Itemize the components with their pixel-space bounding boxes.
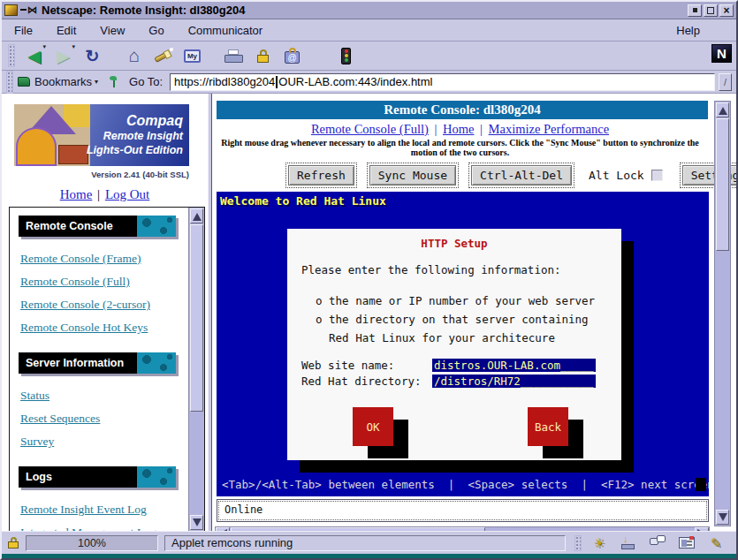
print-button[interactable] xyxy=(219,43,248,68)
security-lock-icon[interactable] xyxy=(8,537,19,549)
inbox-button[interactable]: ↓ xyxy=(620,535,637,550)
scroll-down-button[interactable] xyxy=(716,510,729,525)
remote-console-full-link[interactable]: Remote Console (Full) xyxy=(311,122,429,136)
stop-button[interactable] xyxy=(331,43,361,68)
console-help-line: <Tab>/<Alt-Tab> between elements | <Spac… xyxy=(222,478,709,491)
security-button[interactable] xyxy=(248,43,278,68)
scrollbar-thumb[interactable] xyxy=(190,224,203,412)
forward-dropdown-icon: ▾ xyxy=(72,43,75,50)
padlock-icon xyxy=(257,49,269,63)
link-separator: | xyxy=(97,187,100,201)
url-dropdown-button[interactable]: / xyxy=(719,73,732,91)
back-icon: ◀ xyxy=(27,46,41,66)
bookmarks-button[interactable]: Bookmarks ▾ xyxy=(18,75,98,88)
alt-lock-label: Alt Lock xyxy=(589,169,644,182)
menu-go[interactable]: Go xyxy=(148,24,164,37)
shop-button[interactable]: @ xyxy=(278,43,307,68)
forward-icon: ▶ xyxy=(57,46,70,66)
composer-button[interactable]: ✎ xyxy=(707,535,725,550)
web-site-name-field[interactable]: distros.OUR-LAB.com_____ xyxy=(432,359,596,372)
back-button[interactable]: ◀ ▾ xyxy=(19,43,49,68)
window-manager-icon xyxy=(4,4,18,16)
bullet-line: Red Hat Linux for your architecure xyxy=(316,329,621,347)
menu-edit[interactable]: Edit xyxy=(57,24,76,37)
sidebar-scrollbar[interactable] xyxy=(188,208,204,531)
discussions-button[interactable] xyxy=(649,535,666,550)
menu-bar: File Edit View Go Communicator Help xyxy=(2,19,736,42)
ok-button[interactable]: OK xyxy=(353,407,393,446)
logout-link[interactable]: Log Out xyxy=(105,187,149,201)
address-book-button[interactable] xyxy=(678,535,696,550)
menu-view[interactable]: View xyxy=(100,24,125,37)
url-input[interactable]: https://ribdl380g204 OUR-LAB.com:443/ind… xyxy=(170,73,715,91)
sidebar-item-reset-sequences[interactable]: Reset Sequences xyxy=(20,412,100,426)
ctrl-alt-del-button[interactable]: Ctrl-Alt-Del xyxy=(471,165,572,185)
address-book-icon xyxy=(679,537,695,549)
minimize-button[interactable] xyxy=(688,4,702,17)
component-bar-grip[interactable] xyxy=(574,535,582,551)
discussions-icon xyxy=(657,535,666,542)
navigator-button[interactable]: ☀ xyxy=(590,535,608,550)
redhat-directory-field[interactable]: /distros/RH72___________ xyxy=(432,375,596,388)
my-netscape-button[interactable]: My xyxy=(178,43,207,68)
version-label: Version 2.41 (40-bit SSL) xyxy=(2,170,189,179)
menu-help[interactable]: Help xyxy=(676,24,700,37)
scroll-up-button[interactable] xyxy=(716,102,729,117)
url-text-before-cursor: https://ribdl380g204 xyxy=(174,75,275,88)
http-setup-dialog: HTTP Setup Please enter the following in… xyxy=(287,229,621,460)
forward-button[interactable]: ▶ ▾ xyxy=(49,43,78,68)
applet-status-box: Online xyxy=(217,499,709,522)
product-name: Remote Insight xyxy=(87,130,183,144)
location-icon[interactable] xyxy=(109,76,118,87)
web-site-name-label: Web site name: xyxy=(301,359,432,372)
sidebar-item-remote-console-frame[interactable]: Remote Console (Frame) xyxy=(20,252,141,266)
netscape-logo[interactable]: N xyxy=(711,44,732,63)
traffic-light-icon xyxy=(341,48,351,64)
sidebar-item-remote-insight-event-log[interactable]: Remote Insight Event Log xyxy=(20,503,147,517)
main-vertical-scrollbar[interactable] xyxy=(714,101,731,526)
alt-lock-checkbox[interactable] xyxy=(651,170,663,181)
toolbar-grip[interactable] xyxy=(8,44,15,67)
window-bottom-edge xyxy=(2,554,736,558)
search-button[interactable] xyxy=(148,43,178,68)
title-bar[interactable]: ⋈ Netscape: Remote Insight: dl380g204 × xyxy=(2,2,736,19)
reload-button[interactable]: ↻ xyxy=(78,43,107,68)
close-button[interactable]: × xyxy=(719,4,734,17)
header-pattern xyxy=(137,216,176,237)
console-block-cursor xyxy=(696,478,706,491)
maximize-performance-link[interactable]: Maximize Performance xyxy=(489,122,609,136)
remote-console-screen[interactable]: Welcome to Red Hat Linux HTTP Setup Plea… xyxy=(217,192,709,496)
scroll-down-button[interactable] xyxy=(190,515,203,530)
sidebar-item-remote-console-2cursor[interactable]: Remote Console (2-cursor) xyxy=(20,298,150,312)
header-pattern xyxy=(137,466,176,488)
menu-file[interactable]: File xyxy=(14,24,33,37)
url-text-after-cursor: OUR-LAB.com:443/index.html xyxy=(278,75,432,88)
sidebar-item-status[interactable]: Status xyxy=(20,389,49,403)
navigation-toolbar: ◀ ▾ ▶ ▾ ↻ ⌂ My @ xyxy=(2,42,736,71)
status-bar: 100% Applet remcons running ☀ ↓ ✎ xyxy=(2,531,736,554)
inbox-icon xyxy=(621,544,635,549)
maximize-button[interactable] xyxy=(704,4,718,17)
header-pattern xyxy=(137,352,176,374)
nav-separator: | xyxy=(434,122,437,136)
bookmarks-icon xyxy=(18,77,30,87)
goto-label: Go To: xyxy=(129,75,163,88)
refresh-button[interactable]: Refresh xyxy=(288,165,354,185)
sidebar-item-survey[interactable]: Survey xyxy=(20,435,54,449)
shopping-bag-icon: @ xyxy=(285,51,300,64)
sidebar-item-remote-console-full[interactable]: Remote Console (Full) xyxy=(20,275,130,289)
scrollbar-thumb[interactable] xyxy=(716,118,729,251)
menu-communicator[interactable]: Communicator xyxy=(188,24,263,37)
composer-icon: ✎ xyxy=(711,535,722,551)
nav-separator: | xyxy=(480,122,483,136)
sidebar-item-remote-console-hot-keys[interactable]: Remote Console Hot Keys xyxy=(20,321,148,335)
reload-icon: ↻ xyxy=(86,46,100,66)
home-button[interactable]: ⌂ xyxy=(119,43,148,68)
back-dialog-button[interactable]: Back xyxy=(528,407,568,446)
location-bar-grip[interactable] xyxy=(6,71,13,94)
home-nav-link[interactable]: Home xyxy=(443,122,474,136)
home-link[interactable]: Home xyxy=(60,187,93,201)
scroll-up-button[interactable] xyxy=(190,208,203,223)
sync-mouse-button[interactable]: Sync Mouse xyxy=(369,165,456,185)
section-header-remote-console: Remote Console xyxy=(19,216,176,237)
